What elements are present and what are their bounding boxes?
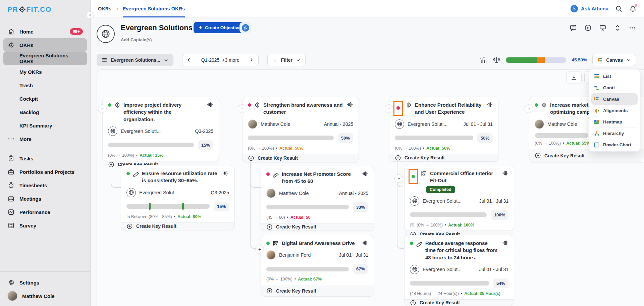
key-result-title[interactable]: Increase Net Promoter Score from 45 to 6… — [282, 170, 359, 185]
objective-title[interactable]: Strengthen brand awareness and customer — [263, 101, 344, 116]
menu-item-hierarchy[interactable]: Hierarchy — [591, 128, 638, 139]
key-result-card[interactable]: Reduce average response time for critica… — [404, 235, 514, 306]
view-selector-dropdown[interactable]: Canvas — [592, 54, 636, 66]
balance-scale-icon[interactable] — [493, 56, 500, 64]
alignment-icon[interactable] — [502, 240, 508, 246]
sidebar-item-portfolios-projects[interactable]: Portfolios and Projects — [3, 165, 87, 178]
expand-node-button[interactable] — [394, 174, 403, 183]
menu-item-heatmap[interactable]: Heatmap — [591, 116, 638, 128]
previous-period-button[interactable] — [182, 54, 196, 66]
sidebar-item-meetings[interactable]: Meetings — [3, 192, 87, 205]
sidebar-item-survey[interactable]: Survey — [3, 219, 87, 232]
overall-progress-bar — [506, 57, 566, 63]
create-key-result-button[interactable]: Create Key Result — [121, 222, 234, 230]
sidebar-item-performance[interactable]: Performance — [3, 205, 87, 219]
key-result-card[interactable]: Commercial Office Interior Fit-Out Compl… — [404, 165, 514, 231]
create-key-result-button[interactable]: Create Key Result — [405, 299, 514, 306]
selection-highlight-box — [409, 169, 418, 184]
add-captains-link[interactable]: Add Captain(s) — [121, 37, 152, 42]
sidebar-item-home[interactable]: Home 99+ — [3, 25, 87, 38]
sidebar-collapse-button[interactable] — [87, 11, 94, 19]
create-objective-button[interactable]: Create Objective — [194, 22, 246, 33]
sidebar-user[interactable]: Matthew Cole — [3, 289, 87, 303]
collapse-node-button[interactable] — [385, 104, 393, 113]
owner-name: Evergreen Solut... — [423, 198, 476, 204]
analytics-icon[interactable] — [480, 56, 487, 64]
alignment-icon[interactable] — [362, 170, 368, 177]
progress-track — [410, 212, 487, 217]
create-key-result-button[interactable]: Create Key Result — [261, 223, 374, 231]
owner-name: Matthew Cole — [279, 191, 336, 196]
next-period-button[interactable] — [245, 54, 258, 66]
breadcrumb-current-tab[interactable]: Evergreen Solutions OKRs — [123, 0, 185, 17]
list-view-icon — [594, 73, 599, 79]
collapse-node-button[interactable] — [238, 104, 247, 113]
ask-athena-button[interactable]: Ask Athena — [570, 5, 608, 13]
sidebar-item-kpi-summary[interactable]: KPI Summary — [3, 119, 87, 132]
sidebar-item-timesheets[interactable]: Timesheets — [3, 178, 87, 192]
menu-item-list[interactable]: List — [591, 70, 638, 82]
plus-circle-icon — [535, 152, 541, 159]
sidebar-item-backlog[interactable]: Backlog — [3, 105, 87, 119]
team-selector-dropdown[interactable]: Evergreen Solutions... — [97, 54, 173, 66]
comment-icon[interactable] — [570, 24, 577, 32]
collapse-node-button[interactable] — [98, 104, 107, 113]
sidebar-item-more[interactable]: More — [3, 132, 87, 146]
objective-card[interactable]: Enhance Product Reliability and User Exp… — [389, 97, 498, 162]
sidebar-item-settings[interactable]: Settings — [3, 276, 87, 289]
create-key-result-button[interactable]: Create Key Result — [261, 285, 374, 296]
presentation-icon[interactable] — [599, 24, 606, 32]
key-result-card[interactable]: Increase Net Promoter Score from 45 to 6… — [261, 166, 374, 231]
sidebar-item-my-okrs[interactable]: My OKRs — [3, 65, 87, 79]
project-card[interactable]: Digital Brand Awareness Drive Benjamin F… — [261, 235, 374, 297]
key-result-ruler-icon — [272, 171, 279, 177]
key-result-title[interactable]: Ensure resource utilization rate is cons… — [142, 170, 220, 184]
expand-node-button[interactable] — [255, 245, 264, 254]
menu-item-alignments[interactable]: Alignments — [591, 105, 638, 116]
bullet-separator: • — [461, 291, 462, 296]
period-label[interactable]: Q1-2025, +3 more — [196, 54, 245, 66]
expand-collapse-icon[interactable] — [614, 24, 621, 32]
sidebar-item-tasks[interactable]: Tasks — [3, 152, 87, 165]
key-result-title[interactable]: Commercial Office Interior Fit-Out — [430, 170, 499, 184]
globe-icon — [397, 121, 402, 127]
athena-assistant-button[interactable] — [239, 22, 252, 33]
objective-title[interactable]: Improve project delivery efficiency with… — [123, 101, 204, 123]
alignment-icon[interactable] — [207, 101, 213, 108]
alignment-icon[interactable] — [502, 170, 508, 176]
key-result-title[interactable]: Reduce average response time for critica… — [425, 240, 499, 261]
objective-card[interactable]: Strengthen brand awareness and customer … — [242, 97, 359, 162]
filter-button[interactable]: Filter — [267, 54, 306, 66]
project-title[interactable]: Digital Brand Awareness Drive — [282, 240, 359, 247]
menu-item-canvas[interactable]: Canvas — [591, 93, 638, 105]
sidebar-item-okrs[interactable]: OKRs — [3, 38, 87, 52]
key-result-card[interactable]: Ensure resource utilization rate is cons… — [121, 165, 235, 230]
play-video-icon[interactable] — [584, 24, 592, 32]
owner-name: Evergreen Soluti... — [121, 129, 192, 134]
sidebar-item-evergreen-solutions-okrs[interactable]: Evergreen Solutions OKRs — [3, 52, 87, 65]
sidebar-item-cockpit[interactable]: Cockpit — [3, 92, 87, 105]
bell-icon[interactable] — [629, 5, 637, 12]
sidebar-item-label: Portfolios and Projects — [19, 169, 74, 175]
alignment-icon[interactable] — [486, 101, 493, 108]
download-button[interactable] — [566, 71, 582, 84]
breadcrumb-separator-icon: › — [116, 6, 118, 12]
sidebar: PR FIT.CO Home 99+ OKRs Evergreen Soluti… — [0, 0, 91, 306]
alignment-icon[interactable] — [346, 101, 353, 108]
objective-card[interactable]: Improve project delivery efficiency with… — [102, 97, 219, 162]
percent-badge: 15% — [214, 202, 229, 211]
objective-title[interactable]: Enhance Product Reliability and User Exp… — [415, 101, 483, 116]
menu-item-bowler-chart[interactable]: Bowler Chart — [591, 139, 638, 150]
breadcrumb-okrs[interactable]: OKRs — [98, 6, 111, 11]
more-options-icon[interactable] — [629, 24, 636, 32]
menu-item-gantt[interactable]: Gantt — [591, 82, 638, 93]
sidebar-item-trash[interactable]: Trash — [3, 79, 87, 92]
expand-node-button[interactable] — [525, 104, 533, 113]
owner-avatar — [410, 196, 419, 206]
alignment-icon[interactable] — [362, 240, 368, 246]
create-key-result-button[interactable]: Create Key Result — [389, 154, 498, 161]
search-icon[interactable] — [615, 5, 623, 12]
create-key-result-button[interactable]: Create Key Result — [243, 154, 359, 162]
menu-item-label: Gantt — [603, 85, 615, 90]
alignment-icon[interactable] — [222, 170, 229, 176]
